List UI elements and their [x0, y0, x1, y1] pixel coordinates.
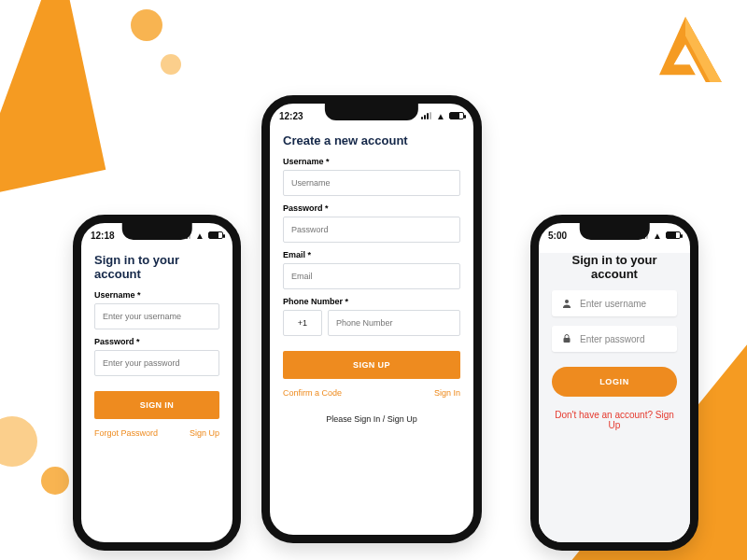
wifi-icon: ▲ — [653, 231, 662, 241]
forgot-password-link[interactable]: Forgot Password — [94, 428, 158, 438]
signin-link[interactable]: Sign In — [434, 388, 460, 398]
signup-prompt-link[interactable]: Don't have an account? Sign Up — [552, 410, 677, 430]
password-placeholder: Enter password — [580, 334, 644, 344]
password-input[interactable] — [283, 217, 460, 243]
svg-point-2 — [565, 300, 569, 303]
username-placeholder: Enter username — [580, 299, 646, 309]
svg-rect-3 — [564, 338, 571, 343]
username-input[interactable] — [94, 303, 219, 329]
signin-button[interactable]: SIGN IN — [94, 391, 219, 419]
phone-number-input[interactable] — [328, 310, 460, 336]
email-label: Email * — [283, 250, 460, 259]
login-button[interactable]: LOGIN — [552, 367, 677, 397]
email-input[interactable] — [283, 263, 460, 289]
password-input[interactable]: Enter password — [552, 326, 677, 352]
footer-text: Please Sign In / Sign Up — [283, 414, 460, 424]
signal-icon — [638, 231, 649, 239]
page-title: Sign in to your account — [552, 253, 677, 281]
password-label: Password * — [283, 203, 460, 213]
username-label: Username * — [94, 290, 219, 300]
username-input[interactable]: Enter username — [552, 290, 677, 316]
phone-signup: 12:23 ▲ Create a new account Username * … — [261, 95, 482, 543]
phone-custom-login: 5:00 ▲ Sign in to your account Enter use… — [530, 215, 698, 551]
phone-signin: 12:18 ▲ Sign in to your account Username… — [73, 215, 241, 551]
signal-icon — [180, 231, 191, 239]
battery-icon — [449, 112, 464, 119]
password-input[interactable] — [94, 350, 219, 376]
signal-icon — [421, 112, 432, 119]
page-title: Create a new account — [283, 133, 460, 147]
phone-notch — [325, 104, 418, 120]
signup-link[interactable]: Sign Up — [190, 428, 219, 438]
wifi-icon: ▲ — [436, 111, 445, 121]
username-input[interactable] — [283, 170, 460, 196]
lock-icon — [561, 333, 572, 344]
phone-ext-input[interactable] — [283, 310, 322, 336]
password-label: Password * — [94, 337, 219, 346]
battery-icon — [666, 231, 681, 239]
status-time: 12:18 — [91, 231, 115, 241]
status-time: 5:00 — [548, 231, 567, 241]
status-time: 12:23 — [279, 111, 303, 121]
page-title: Sign in to your account — [94, 253, 219, 281]
wifi-icon: ▲ — [195, 231, 204, 241]
user-icon — [561, 298, 572, 309]
signup-button[interactable]: SIGN UP — [283, 351, 460, 379]
confirm-code-link[interactable]: Confirm a Code — [283, 388, 342, 398]
username-label: Username * — [283, 157, 460, 166]
battery-icon — [208, 231, 223, 239]
phone-label: Phone Number * — [283, 297, 460, 306]
